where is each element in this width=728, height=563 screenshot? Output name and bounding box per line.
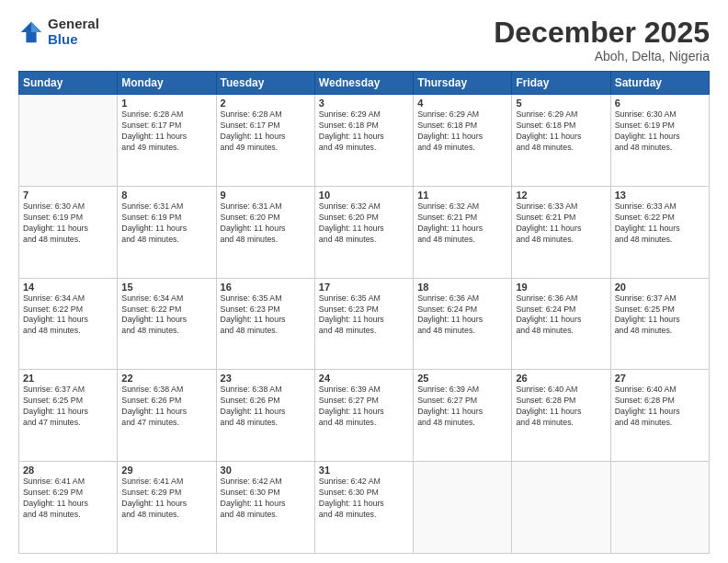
title-block: December 2025 Aboh, Delta, Nigeria <box>494 17 710 63</box>
day-number: 2 <box>221 98 311 109</box>
logo-blue: Blue <box>48 32 99 48</box>
day-detail: Sunrise: 6:31 AMSunset: 6:20 PMDaylight:… <box>221 201 311 246</box>
day-detail: Sunrise: 6:32 AMSunset: 6:21 PMDaylight:… <box>417 201 507 246</box>
day-number: 25 <box>417 373 507 384</box>
day-number: 29 <box>121 465 211 476</box>
calendar-cell: 11Sunrise: 6:32 AMSunset: 6:21 PMDayligh… <box>414 186 512 278</box>
calendar-cell: 31Sunrise: 6:42 AMSunset: 6:30 PMDayligh… <box>314 462 413 554</box>
day-number: 9 <box>221 190 311 201</box>
day-detail: Sunrise: 6:33 AMSunset: 6:22 PMDaylight:… <box>615 201 705 246</box>
calendar-cell: 22Sunrise: 6:38 AMSunset: 6:26 PMDayligh… <box>118 370 216 462</box>
day-detail: Sunrise: 6:37 AMSunset: 6:25 PMDaylight:… <box>23 385 113 429</box>
day-detail: Sunrise: 6:28 AMSunset: 6:17 PMDaylight:… <box>221 109 311 154</box>
day-detail: Sunrise: 6:35 AMSunset: 6:23 PMDaylight:… <box>221 293 311 338</box>
day-number: 28 <box>23 465 113 476</box>
calendar-cell: 4Sunrise: 6:29 AMSunset: 6:18 PMDaylight… <box>414 95 512 187</box>
day-detail: Sunrise: 6:38 AMSunset: 6:26 PMDaylight:… <box>221 385 311 429</box>
day-number: 15 <box>121 282 211 293</box>
day-detail: Sunrise: 6:32 AMSunset: 6:20 PMDaylight:… <box>319 201 409 246</box>
calendar-cell <box>512 462 610 554</box>
day-number: 22 <box>121 373 211 384</box>
calendar-cell: 27Sunrise: 6:40 AMSunset: 6:28 PMDayligh… <box>610 370 709 462</box>
logo-general: General <box>48 17 99 32</box>
day-detail: Sunrise: 6:35 AMSunset: 6:23 PMDaylight:… <box>319 293 409 338</box>
calendar-cell <box>414 462 512 554</box>
calendar-cell: 2Sunrise: 6:28 AMSunset: 6:17 PMDaylight… <box>216 95 314 187</box>
calendar-cell: 6Sunrise: 6:30 AMSunset: 6:19 PMDaylight… <box>610 95 709 187</box>
day-detail: Sunrise: 6:38 AMSunset: 6:26 PMDaylight:… <box>121 385 211 429</box>
day-number: 12 <box>516 190 606 201</box>
day-number: 3 <box>319 98 409 109</box>
calendar-cell: 5Sunrise: 6:29 AMSunset: 6:18 PMDaylight… <box>512 95 610 187</box>
day-detail: Sunrise: 6:29 AMSunset: 6:18 PMDaylight:… <box>319 109 409 154</box>
day-number: 24 <box>319 373 409 384</box>
day-detail: Sunrise: 6:29 AMSunset: 6:18 PMDaylight:… <box>516 109 606 154</box>
day-number: 11 <box>417 190 507 201</box>
day-detail: Sunrise: 6:30 AMSunset: 6:19 PMDaylight:… <box>615 109 705 154</box>
day-detail: Sunrise: 6:34 AMSunset: 6:22 PMDaylight:… <box>23 293 113 338</box>
weekday-header: Sunday <box>19 72 118 95</box>
day-number: 10 <box>319 190 409 201</box>
weekday-header: Tuesday <box>216 72 314 95</box>
day-number: 6 <box>615 98 705 109</box>
calendar-cell: 9Sunrise: 6:31 AMSunset: 6:20 PMDaylight… <box>216 186 314 278</box>
calendar-cell: 16Sunrise: 6:35 AMSunset: 6:23 PMDayligh… <box>216 278 314 370</box>
calendar-cell: 7Sunrise: 6:30 AMSunset: 6:19 PMDaylight… <box>19 186 118 278</box>
day-detail: Sunrise: 6:34 AMSunset: 6:22 PMDaylight:… <box>121 293 211 338</box>
day-number: 18 <box>417 282 507 293</box>
day-number: 19 <box>516 282 606 293</box>
calendar-cell: 21Sunrise: 6:37 AMSunset: 6:25 PMDayligh… <box>19 370 118 462</box>
logo-icon <box>18 19 44 45</box>
day-number: 8 <box>121 190 211 201</box>
day-detail: Sunrise: 6:37 AMSunset: 6:25 PMDaylight:… <box>615 293 705 338</box>
calendar-cell: 14Sunrise: 6:34 AMSunset: 6:22 PMDayligh… <box>19 278 118 370</box>
day-number: 30 <box>221 465 311 476</box>
location: Aboh, Delta, Nigeria <box>494 49 710 63</box>
calendar-cell: 12Sunrise: 6:33 AMSunset: 6:21 PMDayligh… <box>512 186 610 278</box>
calendar-cell: 1Sunrise: 6:28 AMSunset: 6:17 PMDaylight… <box>118 95 216 187</box>
day-number: 4 <box>417 98 507 109</box>
calendar-cell: 15Sunrise: 6:34 AMSunset: 6:22 PMDayligh… <box>118 278 216 370</box>
day-detail: Sunrise: 6:41 AMSunset: 6:29 PMDaylight:… <box>121 477 211 521</box>
day-detail: Sunrise: 6:28 AMSunset: 6:17 PMDaylight:… <box>121 109 211 154</box>
day-number: 1 <box>121 98 211 109</box>
day-number: 20 <box>615 282 705 293</box>
calendar-cell <box>19 95 118 187</box>
calendar-cell: 19Sunrise: 6:36 AMSunset: 6:24 PMDayligh… <box>512 278 610 370</box>
day-detail: Sunrise: 6:36 AMSunset: 6:24 PMDaylight:… <box>417 293 507 338</box>
weekday-header: Thursday <box>414 72 512 95</box>
calendar-cell: 20Sunrise: 6:37 AMSunset: 6:25 PMDayligh… <box>610 278 709 370</box>
calendar-cell: 18Sunrise: 6:36 AMSunset: 6:24 PMDayligh… <box>414 278 512 370</box>
logo-text: General Blue <box>48 17 99 47</box>
weekday-header: Friday <box>512 72 610 95</box>
logo: General Blue <box>18 17 99 47</box>
day-detail: Sunrise: 6:31 AMSunset: 6:19 PMDaylight:… <box>121 201 211 246</box>
day-number: 21 <box>23 373 113 384</box>
calendar-cell: 8Sunrise: 6:31 AMSunset: 6:19 PMDaylight… <box>118 186 216 278</box>
day-detail: Sunrise: 6:40 AMSunset: 6:28 PMDaylight:… <box>615 385 705 429</box>
calendar-cell: 3Sunrise: 6:29 AMSunset: 6:18 PMDaylight… <box>314 95 413 187</box>
calendar-cell: 10Sunrise: 6:32 AMSunset: 6:20 PMDayligh… <box>314 186 413 278</box>
calendar: SundayMondayTuesdayWednesdayThursdayFrid… <box>18 71 710 554</box>
day-number: 14 <box>23 282 113 293</box>
calendar-week-row: 21Sunrise: 6:37 AMSunset: 6:25 PMDayligh… <box>19 370 710 462</box>
day-number: 16 <box>221 282 311 293</box>
calendar-week-row: 28Sunrise: 6:41 AMSunset: 6:29 PMDayligh… <box>19 462 710 554</box>
day-number: 31 <box>319 465 409 476</box>
calendar-cell: 30Sunrise: 6:42 AMSunset: 6:30 PMDayligh… <box>216 462 314 554</box>
day-detail: Sunrise: 6:40 AMSunset: 6:28 PMDaylight:… <box>516 385 606 429</box>
calendar-cell: 29Sunrise: 6:41 AMSunset: 6:29 PMDayligh… <box>118 462 216 554</box>
month-title: December 2025 <box>494 17 710 49</box>
day-detail: Sunrise: 6:41 AMSunset: 6:29 PMDaylight:… <box>23 477 113 521</box>
weekday-header-row: SundayMondayTuesdayWednesdayThursdayFrid… <box>19 72 710 95</box>
day-detail: Sunrise: 6:42 AMSunset: 6:30 PMDaylight:… <box>221 477 311 521</box>
day-detail: Sunrise: 6:39 AMSunset: 6:27 PMDaylight:… <box>417 385 507 429</box>
day-number: 17 <box>319 282 409 293</box>
day-number: 23 <box>221 373 311 384</box>
day-number: 7 <box>23 190 113 201</box>
header: General Blue December 2025 Aboh, Delta, … <box>18 17 710 63</box>
day-detail: Sunrise: 6:30 AMSunset: 6:19 PMDaylight:… <box>23 201 113 246</box>
day-detail: Sunrise: 6:39 AMSunset: 6:27 PMDaylight:… <box>319 385 409 429</box>
calendar-week-row: 7Sunrise: 6:30 AMSunset: 6:19 PMDaylight… <box>19 186 710 278</box>
day-number: 27 <box>615 373 705 384</box>
